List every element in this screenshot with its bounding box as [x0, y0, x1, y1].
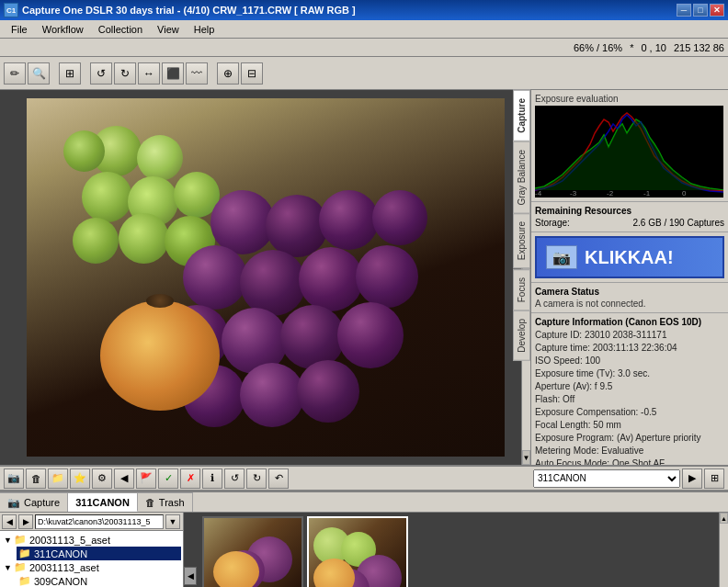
menu-workflow[interactable]: Workflow: [35, 22, 91, 37]
btab-trash-icon: 🗑: [145, 497, 155, 508]
bottom-tool-check[interactable]: ✓: [158, 468, 178, 489]
star-indicator: *: [630, 42, 633, 53]
bottom-area: 📷 Capture 311CANON 🗑 Trash ◀ ▶ ▼: [0, 491, 728, 587]
tool-rotate-right[interactable]: ↻: [114, 62, 136, 85]
tree-item-aset-label: 20031113_aset: [29, 562, 99, 573]
nav-back[interactable]: ◀: [2, 514, 17, 529]
capture-info-row: Exposure Compensation: -0.5: [535, 406, 724, 419]
btab-trash[interactable]: 🗑 Trash: [138, 492, 193, 512]
resources-section: Remaining Resources Storage: 2.6 GB / 19…: [531, 202, 728, 232]
bottom-tool-info[interactable]: ℹ: [202, 468, 222, 489]
tool-crop[interactable]: ⊞: [59, 62, 81, 85]
tab-gray-balance[interactable]: Gray Balance: [513, 141, 530, 214]
bottom-tool-folder[interactable]: 📁: [48, 468, 68, 489]
path-input[interactable]: [35, 514, 164, 529]
close-button[interactable]: ✕: [710, 4, 724, 17]
nav-forward[interactable]: ▶: [18, 514, 33, 529]
tool-zoom[interactable]: 🔍: [28, 62, 50, 85]
btab-capture[interactable]: 📷 Capture: [0, 492, 68, 512]
thumbnail-1171: CRW_1171.CRW: [307, 516, 408, 587]
thumb-vscrollbar[interactable]: ▲ ▼: [719, 513, 728, 587]
bottom-tool-delete[interactable]: 🗑: [26, 468, 46, 489]
capture-info-row: Exposure Program: (Av) Aperture priority: [535, 432, 724, 445]
storage-row: Storage: 2.6 GB / 190 Captures: [535, 218, 724, 228]
bottom-tool-star[interactable]: ⭐: [70, 468, 90, 489]
histogram-title: Exposure evaluation: [535, 94, 724, 104]
tree-item-20031113-aset[interactable]: ▼ 📁 20031113_aset: [2, 560, 181, 574]
capture-info-row: Focal Length: 50 mm: [535, 419, 724, 432]
bottom-tool-settings[interactable]: ⚙: [92, 468, 112, 489]
bottom-tool-rotate-right[interactable]: ↻: [246, 468, 267, 489]
tab-focus[interactable]: Focus: [513, 269, 530, 310]
file-info: (4/10) CRW_1171.CRW [ RAW RGB ]: [183, 5, 355, 16]
tree-item-label: 20031113_5_aset: [29, 535, 110, 546]
tool-fill[interactable]: ⬛: [162, 62, 184, 85]
camera-status-title: Camera Status: [535, 287, 724, 297]
svg-marker-5: [535, 119, 723, 190]
capture-info-row: Capture time: 2003:11:13 22:36:04: [535, 342, 724, 355]
nav-dropdown[interactable]: ▼: [165, 514, 180, 529]
menu-view[interactable]: View: [150, 22, 187, 37]
capture-info-row: ISO Speed: 100: [535, 355, 724, 367]
capture-info-row: Flash: Off: [535, 393, 724, 406]
bottom-tool-undo[interactable]: ↶: [268, 468, 289, 489]
thumbnail-1156: CRW_1156.CRW: [202, 516, 303, 587]
bottom-tool-x[interactable]: ✗: [180, 468, 200, 489]
histogram-section: Exposure evaluation -4 -3 -2 -1 0: [531, 90, 728, 202]
minimize-button[interactable]: ─: [677, 4, 691, 17]
tree-item-311canon[interactable]: 📁 311CANON: [17, 547, 181, 560]
title-text: Capture One DSLR 30 days trial - (4/10) …: [22, 5, 677, 16]
app-wrapper: C1 Capture One DSLR 30 days trial - (4/1…: [0, 0, 728, 587]
tool-extra1[interactable]: ⊕: [217, 62, 239, 85]
btab-capture-icon: 📷: [7, 497, 20, 509]
title-bar: C1 Capture One DSLR 30 days trial - (4/1…: [0, 0, 728, 20]
tree-item-20031113-5[interactable]: ▼ 📁 20031113_5_aset: [2, 533, 181, 547]
menu-help[interactable]: Help: [187, 22, 222, 37]
camera-status-text: A camera is not connected.: [535, 299, 724, 309]
tree-item-309canon[interactable]: 📁 309CANON: [17, 574, 181, 587]
bottom-toolbar: 📷 🗑 📁 ⭐ ⚙ ◀ 🚩 ✓ ✗ ℹ ↺ ↻ ↶ 311CANON ▶ ⊞: [0, 465, 728, 491]
bottom-tool-rotate-left[interactable]: ↺: [224, 468, 245, 489]
bottom-tool-arrow1[interactable]: ◀: [114, 468, 134, 489]
btab-311canon[interactable]: 311CANON: [68, 492, 138, 512]
app-name: Capture One DSLR 30 days trial: [22, 5, 175, 16]
bottom-tool-extra2[interactable]: ⊞: [704, 468, 724, 489]
bottom-tool-flag[interactable]: 🚩: [136, 468, 156, 489]
menu-bar: File Workflow Collection View Help: [0, 20, 728, 39]
tool-mirror[interactable]: ↔: [138, 62, 160, 85]
svg-text:-1: -1: [643, 189, 651, 198]
tool-extra2[interactable]: ⊟: [241, 62, 263, 85]
file-tree: ▼ 📁 20031113_5_aset 📁 311CANON ▼ 📁 20031…: [0, 531, 184, 587]
thumb-image-1156[interactable]: [202, 516, 303, 587]
tool-rotate-left[interactable]: ↺: [90, 62, 112, 85]
thumbnail-area: ◀ CRW_1156.CRW: [184, 513, 719, 587]
capture-info-title: Capture Information (Canon EOS 10D): [535, 317, 724, 327]
tool-eyedropper[interactable]: ✏: [4, 62, 26, 85]
svg-text:-3: -3: [570, 189, 577, 198]
window-controls: ─ □ ✕: [677, 4, 724, 17]
bottom-tool-camera[interactable]: 📷: [4, 468, 24, 489]
tool-curve[interactable]: 〰: [186, 62, 208, 85]
image-viewer[interactable]: ▲ ▼: [0, 90, 530, 465]
menu-collection[interactable]: Collection: [91, 22, 150, 37]
app-icon: C1: [4, 3, 18, 17]
camera-status-section: Camera Status A camera is not connected.: [531, 282, 728, 313]
thumb-image-1171[interactable]: [307, 516, 408, 587]
btab-311canon-label: 311CANON: [75, 497, 130, 508]
menu-file[interactable]: File: [4, 22, 35, 37]
bottom-tabs: 📷 Capture 311CANON 🗑 Trash: [0, 492, 728, 513]
tab-develop[interactable]: Develop: [513, 310, 530, 361]
bottom-tool-extra1[interactable]: ▶: [682, 468, 702, 489]
maximize-button[interactable]: □: [693, 4, 708, 17]
pixel-values: 215 132 86: [674, 42, 724, 53]
folder-select[interactable]: 311CANON: [533, 469, 680, 488]
storage-label: Storage:: [535, 218, 570, 228]
histogram-display: -4 -3 -2 -1 0: [535, 106, 723, 198]
coordinates: 0 , 10: [641, 42, 666, 53]
tab-capture[interactable]: Capture: [513, 90, 530, 141]
side-tabs: Capture Gray Balance Exposure Focus Deve…: [513, 90, 530, 361]
tab-exposure[interactable]: Exposure: [513, 213, 530, 268]
klikkaa-button[interactable]: 📷 KLIKKAA!: [535, 236, 724, 278]
thumb-scroll-left[interactable]: ◀: [184, 567, 197, 585]
svg-text:-2: -2: [607, 189, 614, 198]
